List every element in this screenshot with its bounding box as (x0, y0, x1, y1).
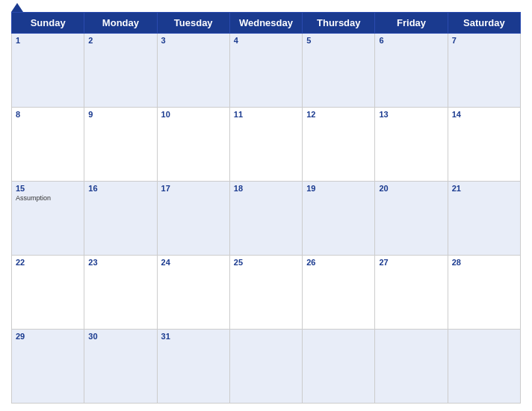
day-number: 29 (16, 332, 80, 341)
calendar-cell (229, 330, 302, 404)
weekday-header-row: SundayMondayTuesdayWednesdayThursdayFrid… (12, 13, 521, 34)
calendar-week-3: 15Assumption161718192021 (12, 182, 521, 256)
calendar-cell: 10 (157, 108, 229, 182)
calendar-cell: 5 (303, 34, 375, 108)
calendar-cell: 29 (12, 330, 84, 404)
weekday-saturday: Saturday (448, 13, 520, 34)
day-number: 7 (452, 36, 516, 45)
calendar-cell: 7 (448, 34, 520, 108)
calendar-cell: 4 (229, 34, 302, 108)
day-number: 28 (452, 258, 516, 267)
calendar-cell: 14 (448, 108, 520, 182)
day-number: 23 (88, 258, 152, 267)
calendar-cell: 16 (84, 182, 157, 256)
day-number: 3 (161, 36, 226, 45)
day-number: 18 (234, 184, 298, 193)
calendar-cell (303, 330, 375, 404)
calendar-cell: 11 (229, 108, 302, 182)
logo-icon (11, 3, 23, 12)
day-number: 11 (234, 110, 298, 119)
day-number: 8 (16, 110, 80, 119)
weekday-tuesday: Tuesday (157, 13, 229, 34)
day-number: 13 (379, 110, 443, 119)
calendar-cell: 22 (12, 256, 84, 330)
day-number: 12 (306, 110, 371, 119)
day-number: 21 (452, 184, 516, 193)
day-number: 16 (88, 184, 152, 193)
day-number: 9 (88, 110, 152, 119)
calendar-cell: 12 (303, 108, 375, 182)
day-number: 4 (234, 36, 298, 45)
event-label: Assumption (16, 194, 80, 202)
calendar-table: SundayMondayTuesdayWednesdayThursdayFrid… (11, 12, 521, 404)
calendar-cell: 23 (84, 256, 157, 330)
calendar-cell: 17 (157, 182, 229, 256)
calendar-cell: 28 (448, 256, 520, 330)
day-number: 17 (161, 184, 226, 193)
day-number: 19 (306, 184, 371, 193)
calendar-cell: 26 (303, 256, 375, 330)
day-number: 24 (161, 258, 226, 267)
calendar-week-2: 891011121314 (12, 108, 521, 182)
calendar-week-5: 293031 (12, 330, 521, 404)
day-number: 1 (16, 36, 80, 45)
day-number: 6 (379, 36, 443, 45)
calendar-cell: 30 (84, 330, 157, 404)
weekday-thursday: Thursday (303, 13, 375, 34)
calendar-cell: 15Assumption (12, 182, 84, 256)
calendar-cell: 20 (375, 182, 448, 256)
day-number: 30 (88, 332, 152, 341)
calendar-cell: 31 (157, 330, 229, 404)
calendar-cell: 13 (375, 108, 448, 182)
calendar-cell: 3 (157, 34, 229, 108)
calendar-cell: 19 (303, 182, 375, 256)
day-number: 27 (379, 258, 443, 267)
calendar-cell (375, 330, 448, 404)
weekday-wednesday: Wednesday (229, 13, 302, 34)
day-number: 22 (16, 258, 80, 267)
day-number: 31 (161, 332, 226, 341)
day-number: 5 (306, 36, 371, 45)
calendar-cell: 25 (229, 256, 302, 330)
calendar-cell: 18 (229, 182, 302, 256)
day-number: 10 (161, 110, 226, 119)
day-number: 26 (306, 258, 371, 267)
day-number: 20 (379, 184, 443, 193)
calendar-cell: 6 (375, 34, 448, 108)
day-number: 2 (88, 36, 152, 45)
day-number: 14 (452, 110, 516, 119)
day-number: 25 (234, 258, 298, 267)
calendar-body: 123456789101112131415Assumption161718192… (12, 34, 521, 404)
calendar-cell: 24 (157, 256, 229, 330)
calendar-cell: 21 (448, 182, 520, 256)
weekday-friday: Friday (375, 13, 448, 34)
calendar-cell: 27 (375, 256, 448, 330)
calendar-cell: 9 (84, 108, 157, 182)
calendar-cell (448, 330, 520, 404)
calendar-cell: 8 (12, 108, 84, 182)
weekday-sunday: Sunday (12, 13, 84, 34)
calendar-cell: 1 (12, 34, 84, 108)
calendar-week-4: 22232425262728 (12, 256, 521, 330)
calendar-week-1: 1234567 (12, 34, 521, 108)
calendar-cell: 2 (84, 34, 157, 108)
weekday-monday: Monday (84, 13, 157, 34)
day-number: 15 (16, 184, 80, 193)
logo (11, 3, 23, 12)
